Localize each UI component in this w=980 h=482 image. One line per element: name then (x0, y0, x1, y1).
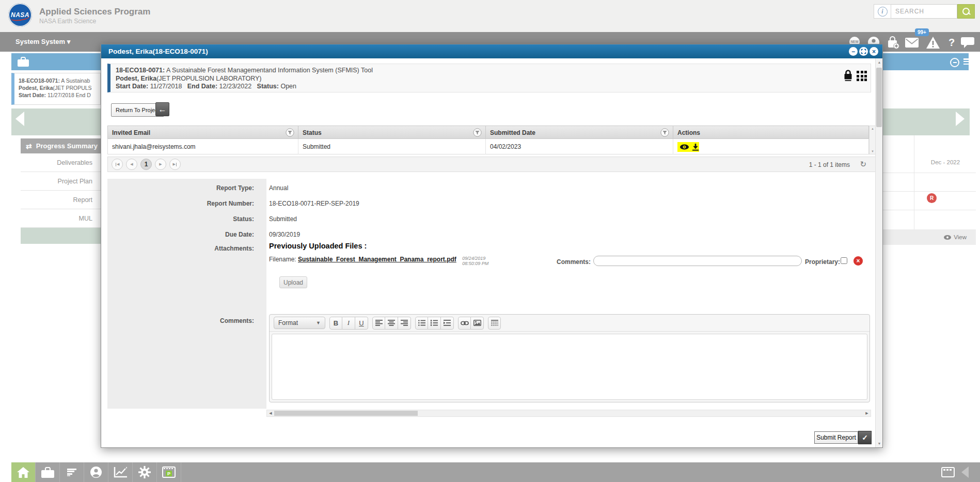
scroll-left-icon[interactable]: ◀ (267, 410, 274, 416)
attachment-comments-input[interactable] (593, 256, 802, 266)
numbered-list-button[interactable] (428, 317, 441, 330)
download-report-icon[interactable] (692, 144, 699, 151)
carousel-left-arrow[interactable] (15, 112, 24, 126)
chart-icon (114, 467, 128, 478)
sidebar-item-report[interactable]: Report (21, 191, 101, 209)
align-center-button[interactable] (385, 317, 398, 330)
insert-link-button[interactable] (458, 317, 471, 330)
insert-image-button[interactable] (471, 317, 484, 330)
page-next-button[interactable]: ▶ (155, 159, 166, 170)
modal-close-button[interactable]: × (870, 47, 878, 56)
filter-icon[interactable] (473, 128, 482, 137)
bold-button[interactable]: B (329, 317, 342, 330)
modal-vertical-scrollbar[interactable]: ▲ ▼ (875, 58, 882, 447)
grid-view-icon[interactable] (857, 71, 867, 81)
system-menu[interactable]: System System ▾ (15, 38, 70, 45)
filter-icon[interactable] (286, 128, 294, 137)
modal-popout-button[interactable] (859, 47, 868, 56)
page-prev-button[interactable]: ◀ (126, 159, 137, 170)
delete-attachment-button[interactable]: × (853, 256, 863, 266)
column-header-status[interactable]: Status (298, 126, 485, 139)
modal-titlebar[interactable]: Podest, Erika(18-ECO18-0071) − × (101, 44, 882, 58)
schedule-month-header: Dec - 2022 (915, 159, 976, 165)
comments-editor-textarea[interactable] (272, 334, 867, 400)
italic-button[interactable]: I (342, 317, 355, 330)
report-badge[interactable]: R (927, 193, 937, 203)
progress-summary-header: ⇄ Progress Summary (21, 138, 101, 153)
column-header-submitted-date[interactable]: Submitted Date (485, 126, 673, 139)
attachment-timestamp: 09/24/2019 08:50:09 PM (462, 256, 494, 266)
view-link[interactable]: View (883, 229, 976, 245)
taskbar-projects-button[interactable] (36, 462, 60, 482)
scroll-up-icon[interactable]: ▲ (876, 60, 883, 64)
sidebar-item-deliverables[interactable]: Deliverables (21, 153, 101, 172)
filter-icon[interactable] (660, 128, 669, 137)
taskbar-program-button[interactable]: P (157, 462, 181, 482)
feedback-button[interactable] (960, 36, 975, 49)
scroll-down-icon[interactable]: ▼ (871, 150, 874, 153)
horizontal-scrollbar[interactable]: ◀ ▶ (266, 410, 871, 417)
project-info-line1: 18-ECO18-0071: A Sustainable Forest Mana… (116, 67, 871, 75)
top-header: NASA Applied Sciences Program NASA Earth… (0, 0, 980, 32)
view-report-icon[interactable] (680, 144, 689, 150)
taskbar-home-button[interactable] (11, 462, 36, 482)
previously-uploaded-title: Previously Uploaded Files : (269, 242, 367, 250)
taskbar-window-button[interactable] (936, 462, 960, 482)
scroll-up-icon[interactable]: ▲ (871, 127, 874, 130)
sidebar-item-mul[interactable]: MUL (21, 209, 101, 228)
align-left-button[interactable] (372, 317, 385, 330)
taskbar-reports-button[interactable] (60, 462, 84, 482)
scrollbar-thumb[interactable] (274, 411, 418, 416)
attachments-label: Attachments: (107, 245, 260, 252)
upload-button[interactable]: Upload (279, 276, 307, 288)
return-arrow-button[interactable]: ← (155, 102, 169, 116)
page-first-button[interactable]: ◀ (112, 159, 123, 170)
taskbar-analytics-button[interactable] (108, 462, 133, 482)
carousel-right-arrow[interactable] (956, 112, 965, 126)
page-number-button[interactable]: 1 (140, 159, 152, 170)
home-icon (17, 467, 29, 478)
cell-invited-email: shivani.jhala@reisystems.com (108, 139, 298, 154)
attachment-file-link[interactable]: Sustainable_Forest_Management_Panama_rep… (298, 256, 456, 263)
modal-minimize-button[interactable]: − (849, 47, 858, 56)
report-type-value: Annual (269, 184, 288, 192)
panel-menu-icon[interactable] (963, 58, 971, 65)
indent-button[interactable] (441, 317, 454, 330)
cart-add-button[interactable] (886, 36, 900, 49)
scroll-right-icon[interactable]: ▶ (863, 410, 871, 416)
alerts-button[interactable] (926, 36, 940, 49)
project-card[interactable]: 18-ECO18-0071: A Sustainab Podest, Erika… (11, 73, 101, 105)
schedule-grid-line (883, 173, 976, 173)
column-header-actions[interactable]: Actions (673, 126, 868, 139)
nasa-logo: NASA (8, 3, 32, 27)
insert-table-button[interactable] (488, 317, 501, 330)
submit-check-button[interactable]: ✓ (858, 431, 872, 444)
column-header-invited-email[interactable]: Invited Email (108, 126, 298, 139)
lock-icon[interactable] (844, 69, 852, 81)
sidebar-item-project-plan[interactable]: Project Plan (21, 172, 101, 191)
align-right-button[interactable] (398, 317, 411, 330)
search-info-button[interactable]: i (874, 4, 891, 19)
scroll-down-icon[interactable]: ▼ (876, 442, 883, 445)
taskbar-people-button[interactable] (84, 462, 108, 482)
messages-button[interactable] (905, 36, 919, 49)
page-last-button[interactable]: ▶ (169, 159, 181, 170)
proprietary-checkbox[interactable] (841, 257, 847, 264)
refresh-icon[interactable]: ↻ (860, 160, 866, 169)
panel-collapse-button[interactable] (950, 58, 959, 67)
numbered-list-icon (431, 320, 438, 326)
help-button[interactable]: ? (944, 36, 959, 49)
due-date-value: 09/30/2019 (269, 231, 300, 238)
taskbar: P (11, 462, 980, 482)
table-grid-icon (491, 320, 498, 326)
search-input[interactable] (891, 4, 957, 19)
bullet-list-button[interactable] (415, 317, 428, 330)
underline-button[interactable]: U (355, 317, 368, 330)
search-button[interactable] (957, 4, 975, 19)
invite-table-row[interactable]: shivani.jhala@reisystems.com Submitted 0… (107, 139, 869, 154)
submit-report-button[interactable]: Submit Report (814, 431, 858, 444)
taskbar-collapse-arrow[interactable] (961, 467, 969, 478)
format-dropdown[interactable]: Format ▼ (274, 317, 325, 329)
scrollbar-thumb[interactable] (876, 68, 882, 127)
taskbar-settings-button[interactable] (133, 462, 157, 482)
